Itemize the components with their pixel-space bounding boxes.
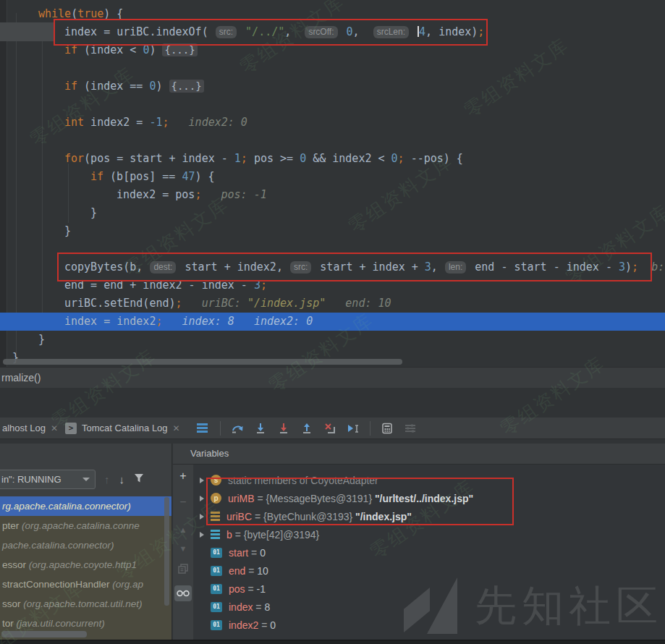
code-line[interactable]: } bbox=[0, 222, 665, 240]
code-line[interactable]: if (b[pos] == 47) { bbox=[0, 168, 665, 186]
tab-localhost-log[interactable]: alhost Log ✕ bbox=[0, 418, 63, 438]
expand-arrow-icon[interactable] bbox=[200, 514, 204, 520]
current-method-label: rmalize() bbox=[1, 372, 41, 384]
array-icon bbox=[211, 530, 220, 540]
code-line[interactable] bbox=[0, 59, 665, 77]
code-line[interactable]: while(true) { bbox=[0, 5, 665, 23]
frames-horizontal-scrollbar[interactable] bbox=[1, 631, 87, 637]
variables-tree: sstatic members of CoyoteAdapterpuriMB =… bbox=[194, 465, 665, 640]
variable-row[interactable]: 01pos = -1 bbox=[194, 580, 665, 598]
tab-label: Tomcat Catalina Log bbox=[82, 423, 168, 433]
frame-up-icon[interactable]: ↑ bbox=[104, 473, 110, 486]
variables-header: Variables bbox=[173, 444, 665, 465]
tab-label: alhost Log bbox=[2, 423, 46, 433]
frame-row[interactable]: stractConnectionHandler (org.ap bbox=[0, 575, 172, 594]
variable-row[interactable]: uriBC = {ByteChunk@3193} "/index.jsp" bbox=[194, 507, 665, 525]
horizontal-scrollbar[interactable] bbox=[3, 359, 402, 365]
glasses-watch-icon[interactable] bbox=[174, 585, 192, 601]
step-into-icon[interactable] bbox=[255, 423, 266, 434]
s-circle-icon: s bbox=[211, 475, 221, 486]
drop-frame-icon[interactable] bbox=[324, 423, 336, 434]
step-out-icon[interactable] bbox=[301, 423, 313, 434]
prim-icon: 01 bbox=[211, 584, 222, 594]
close-icon[interactable]: ✕ bbox=[51, 423, 58, 433]
add-watch-icon[interactable]: + bbox=[179, 471, 186, 481]
variable-row[interactable]: puriMB = {MessageBytes@3191} "/urltest/.… bbox=[194, 489, 665, 507]
variable-row[interactable]: sstatic members of CoyoteAdapter bbox=[194, 471, 665, 489]
frame-row[interactable]: pter (org.apache.catalina.conne bbox=[0, 516, 172, 535]
variable-row[interactable]: 01end = 10 bbox=[194, 562, 665, 580]
remove-watch-icon[interactable]: − bbox=[179, 497, 186, 507]
prim-icon: 01 bbox=[211, 548, 222, 558]
chevron-down-icon bbox=[82, 478, 90, 481]
frame-row[interactable]: tor (java.util.concurrent) bbox=[0, 614, 172, 633]
expand-arrow-icon[interactable] bbox=[200, 496, 204, 501]
close-icon[interactable]: ✕ bbox=[173, 423, 180, 433]
console-icon: > bbox=[65, 423, 77, 434]
force-step-into-icon[interactable] bbox=[278, 423, 289, 434]
frame-row[interactable]: rg.apache.catalina.connector) bbox=[0, 496, 172, 516]
thread-dropdown-label: in": RUNNING bbox=[1, 474, 62, 485]
bars-icon bbox=[211, 512, 220, 521]
code-line[interactable]: uriBC.setEnd(end); uriBC: "/index.jsp" e… bbox=[0, 295, 665, 313]
code-line[interactable]: for(pos = start + index - 1; pos >= 0 &&… bbox=[0, 150, 665, 168]
move-up-icon[interactable]: ▲ bbox=[179, 525, 187, 535]
debug-toolbar: alhost Log ✕ > Tomcat Catalina Log ✕ bbox=[0, 418, 665, 439]
prim-icon: 01 bbox=[211, 566, 222, 576]
code-lines: while(true) {index = uriBC.indexOf( src:… bbox=[0, 5, 665, 367]
frame-row[interactable]: ssor (org.apache.tomcat.util.net) bbox=[0, 594, 172, 614]
move-down-icon[interactable]: ▼ bbox=[179, 543, 187, 554]
code-line[interactable]: copyBytes(b, dest: start + index2, src: … bbox=[0, 258, 665, 276]
frames-panel: in": RUNNING ↑ ↓ rg.apache.catalina.conn… bbox=[0, 444, 172, 640]
p-circle-icon: p bbox=[211, 493, 221, 504]
ide-window: while(true) {index = uriBC.indexOf( src:… bbox=[0, 0, 665, 644]
prim-icon: 01 bbox=[211, 602, 222, 612]
bottom-edge bbox=[0, 640, 665, 644]
thread-dropdown[interactable]: in": RUNNING bbox=[0, 470, 96, 489]
breadcrumb-bar: rmalize() bbox=[0, 367, 665, 388]
expand-arrow-icon[interactable] bbox=[200, 532, 204, 538]
variable-row[interactable]: 01index2 = 0 bbox=[194, 616, 665, 634]
code-line[interactable]: index = index2; index: 8 index2: 0 bbox=[0, 313, 665, 331]
tab-tomcat-catalina-log[interactable]: > Tomcat Catalina Log ✕ bbox=[63, 418, 185, 438]
hamburger-menu-icon[interactable] bbox=[197, 423, 208, 433]
code-line[interactable]: } bbox=[0, 331, 665, 349]
code-line[interactable]: } bbox=[0, 204, 665, 222]
step-over-icon[interactable] bbox=[232, 423, 243, 434]
prim-icon: 01 bbox=[211, 620, 222, 630]
expand-arrow-icon[interactable] bbox=[200, 478, 204, 483]
variable-row[interactable]: 01index = 8 bbox=[194, 598, 665, 616]
frame-down-icon[interactable]: ↓ bbox=[119, 473, 125, 486]
toolbar-separator bbox=[370, 421, 370, 436]
frame-row[interactable]: pache.catalina.connector) bbox=[0, 535, 172, 555]
code-line[interactable]: if (index == 0) {...} bbox=[0, 77, 665, 96]
run-to-cursor-icon[interactable] bbox=[347, 423, 359, 434]
code-editor[interactable]: while(true) {index = uriBC.indexOf( src:… bbox=[0, 0, 665, 367]
frames-vertical-scrollbar[interactable] bbox=[164, 497, 169, 606]
frame-row[interactable]: essor (org.apache.coyote.http1 bbox=[0, 555, 172, 575]
watch-toolbar: + − ▲ ▼ bbox=[173, 465, 194, 640]
code-line[interactable] bbox=[0, 132, 665, 150]
variable-row[interactable]: 01start = 0 bbox=[194, 543, 665, 562]
panel-gap bbox=[0, 388, 665, 418]
toolbar-separator bbox=[220, 421, 221, 436]
frames-list: rg.apache.catalina.connector)pter (org.a… bbox=[0, 496, 172, 640]
code-line[interactable]: if (index < 0) {...} bbox=[0, 41, 665, 59]
code-line[interactable] bbox=[0, 240, 665, 258]
filter-icon[interactable] bbox=[134, 473, 144, 486]
code-line[interactable]: index2 = pos; pos: -1 bbox=[0, 186, 665, 204]
duplicate-icon[interactable] bbox=[178, 564, 188, 577]
code-line[interactable]: int index2 = -1; index2: 0 bbox=[0, 114, 665, 132]
code-line[interactable]: end = end + index2 - index - 3; bbox=[0, 276, 665, 295]
variable-row[interactable]: b = {byte[42]@3194} bbox=[194, 525, 665, 543]
variables-panel: Variables + − ▲ ▼ sstatic members of Coy… bbox=[173, 444, 665, 640]
evaluate-expression-icon[interactable] bbox=[381, 423, 393, 434]
code-line[interactable] bbox=[0, 96, 665, 114]
code-line[interactable]: index = uriBC.indexOf( src: "/../", srcO… bbox=[0, 23, 665, 41]
trace-settings-icon[interactable] bbox=[404, 423, 416, 434]
